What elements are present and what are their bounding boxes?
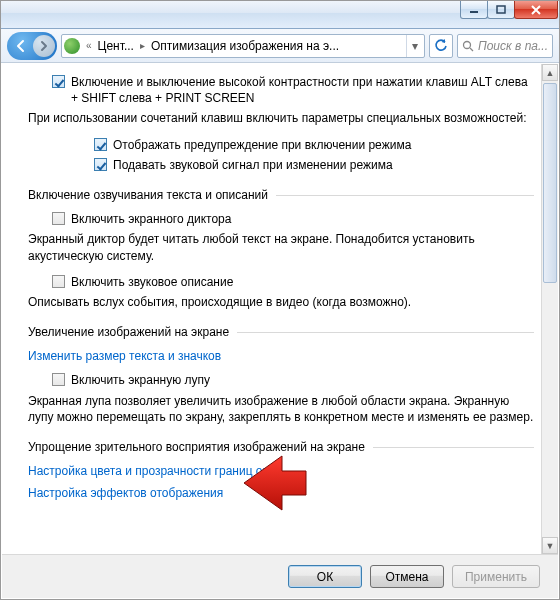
cancel-button[interactable]: Отмена: [370, 565, 444, 588]
link-color-transparency[interactable]: Настройка цвета и прозрачности границ ок…: [28, 464, 281, 478]
content-pane: Включение и выключение высокой контрастн…: [2, 64, 558, 512]
apply-button[interactable]: Применить: [452, 565, 540, 588]
nav-back-forward-group: [7, 32, 57, 60]
search-input[interactable]: Поиск в па...: [457, 34, 553, 58]
link-text-icon-size[interactable]: Изменить размер текста и значков: [28, 349, 221, 363]
back-button[interactable]: [9, 34, 33, 58]
search-placeholder: Поиск в па...: [478, 39, 548, 53]
address-bar[interactable]: « Цент... ▸ Оптимизация изображения на э…: [61, 34, 425, 58]
checkbox-magnifier[interactable]: [52, 373, 65, 386]
link-display-effects[interactable]: Настройка эффектов отображения: [28, 486, 223, 500]
maximize-button[interactable]: [487, 1, 515, 19]
breadcrumb-separator-icon: «: [84, 40, 94, 51]
scroll-track[interactable]: [542, 81, 558, 537]
close-button[interactable]: [514, 1, 558, 19]
checkbox-sound-signal[interactable]: [94, 158, 107, 171]
magnifier-description: Экранная лупа позволяет увеличить изобра…: [28, 393, 534, 425]
checkbox-audio-description[interactable]: [52, 275, 65, 288]
section-divider: [373, 447, 534, 448]
svg-line-3: [470, 48, 473, 51]
control-panel-icon: [64, 38, 80, 54]
chevron-right-icon: ▸: [138, 40, 147, 51]
search-icon: [462, 40, 474, 52]
scroll-down-button[interactable]: ▼: [542, 537, 558, 554]
checkbox-show-warning[interactable]: [94, 138, 107, 151]
refresh-button[interactable]: [429, 34, 453, 58]
checkbox-label: Подавать звуковой сигнал при изменении р…: [113, 157, 393, 173]
breadcrumb-item[interactable]: Оптимизация изображения на э...: [151, 39, 339, 53]
checkbox-label: Включение и выключение высокой контрастн…: [71, 74, 534, 106]
address-dropdown-icon[interactable]: ▾: [406, 35, 422, 57]
section-divider: [237, 332, 534, 333]
checkbox-label: Включить звуковое описание: [71, 274, 233, 290]
checkbox-narrator[interactable]: [52, 212, 65, 225]
audio-description-text: Описывать вслух события, происходящие в …: [28, 294, 534, 310]
sub-intro-text: При использовании сочетаний клавиш включ…: [28, 110, 534, 126]
checkbox-high-contrast-toggle[interactable]: [52, 75, 65, 88]
dialog-footer: ОК Отмена Применить: [2, 554, 558, 598]
section-divider: [276, 195, 534, 196]
scroll-thumb[interactable]: [543, 83, 557, 283]
section-title-narration: Включение озвучивания текста и описаний: [28, 187, 268, 203]
navigation-bar: « Цент... ▸ Оптимизация изображения на э…: [1, 29, 559, 63]
narrator-description: Экранный диктор будет читать любой текст…: [28, 231, 534, 263]
minimize-button[interactable]: [460, 1, 488, 19]
svg-point-2: [464, 41, 471, 48]
ok-button[interactable]: ОК: [288, 565, 362, 588]
breadcrumb-item[interactable]: Цент...: [98, 39, 134, 53]
scroll-up-button[interactable]: ▲: [542, 64, 558, 81]
checkbox-label: Отображать предупреждение при включении …: [113, 137, 411, 153]
forward-button[interactable]: [33, 35, 55, 57]
checkbox-label: Включить экранную лупу: [71, 372, 210, 388]
svg-rect-0: [470, 11, 478, 13]
section-title-simplify: Упрощение зрительного восприятия изображ…: [28, 439, 365, 455]
window-titlebar: [1, 1, 559, 29]
checkbox-label: Включить экранного диктора: [71, 211, 231, 227]
vertical-scrollbar[interactable]: ▲ ▼: [541, 64, 558, 554]
svg-rect-1: [497, 6, 505, 13]
section-title-magnify: Увеличение изображений на экране: [28, 324, 229, 340]
